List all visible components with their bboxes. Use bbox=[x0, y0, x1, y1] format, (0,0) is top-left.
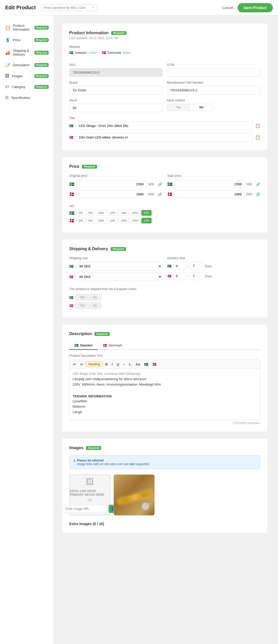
original-price-col: Original price 🇸🇪 SEK 🔗 🇩🇰 DKK 🔗 bbox=[69, 174, 162, 200]
search-arrow-icon[interactable]: → bbox=[91, 6, 95, 10]
delivery-se-flag: 🇸🇪 bbox=[167, 264, 171, 268]
vat-dk-10[interactable]: 10% bbox=[96, 218, 106, 223]
original-price-se-input[interactable] bbox=[76, 180, 146, 188]
manufacturer-input[interactable] bbox=[167, 86, 260, 94]
bold-button[interactable]: B bbox=[104, 362, 109, 367]
title-se-copy-icon[interactable]: 📋 bbox=[255, 123, 260, 128]
eu-se-yes[interactable]: Yes bbox=[76, 294, 89, 300]
info-detail: Image links with url cdn.cdon.com are no… bbox=[77, 462, 150, 466]
underline-button[interactable]: U bbox=[115, 362, 121, 367]
sale-price-se-input[interactable] bbox=[174, 180, 245, 188]
eu-toggle-row-dk: 🇩🇰 Yes No bbox=[69, 302, 260, 309]
vat-se-flag: 🇸🇪 bbox=[69, 211, 74, 215]
lock-dk-icon[interactable]: 🔗 bbox=[158, 192, 162, 196]
original-price-label: Original price bbox=[69, 174, 162, 178]
vat-se-24[interactable]: 24% bbox=[130, 210, 140, 216]
sale-dk-flag: 🇩🇰 bbox=[167, 192, 172, 197]
image-url-input[interactable] bbox=[63, 505, 107, 513]
sidebar-item-product-information[interactable]: 📋 Product Information Required bbox=[0, 21, 54, 34]
vat-se-6[interactable]: 6% bbox=[86, 210, 95, 216]
editor-body[interactable]: LED Slinga Grön 10m, Levereras Med Stick… bbox=[69, 369, 260, 420]
ship-grid: Shipping cost 🇸🇪 99 SEK 🇩🇰 99 DKK bbox=[69, 256, 260, 283]
eu-se-no[interactable]: No bbox=[89, 294, 101, 300]
vat-dk-24[interactable]: 24% bbox=[130, 218, 140, 223]
header: Edit Product → Cancel Save Product bbox=[0, 0, 278, 15]
days-label-se: Days bbox=[205, 264, 212, 268]
vat-dk-12[interactable]: 12% bbox=[107, 218, 118, 223]
save-button[interactable]: Save Product bbox=[238, 3, 273, 12]
sweden-name: Sweden bbox=[75, 51, 87, 55]
ship-dk-flag: 🇩🇰 bbox=[69, 275, 73, 279]
search-bar: → bbox=[41, 4, 98, 11]
delivery-time-col: Delivery time 🇸🇪 - Days 🇩🇰 bbox=[167, 256, 260, 283]
ship-se-flag: 🇸🇪 bbox=[69, 264, 73, 268]
sidebar-item-category[interactable]: 🏷 Category Required bbox=[0, 81, 54, 92]
delivery-dk-from[interactable] bbox=[173, 272, 186, 280]
cancel-button[interactable]: Cancel bbox=[222, 6, 233, 10]
sidebar-item-shipping[interactable]: 🚚 Shipping & Delivery Required bbox=[0, 46, 54, 59]
search-input[interactable] bbox=[44, 6, 89, 10]
lang-icon[interactable]: Aα bbox=[134, 362, 142, 367]
delivery-dash: - bbox=[188, 264, 189, 268]
sidebar-item-price[interactable]: 💲 Price Required bbox=[0, 34, 54, 46]
sku-input[interactable] bbox=[69, 68, 163, 77]
sale-lock-dk-icon[interactable]: 🔗 bbox=[256, 192, 260, 196]
lock-se-icon[interactable]: 🔗 bbox=[158, 182, 162, 186]
stock-input[interactable] bbox=[69, 104, 163, 112]
required-badge: Required bbox=[34, 74, 49, 78]
sidebar-item-specification[interactable]: ☰ Specification bbox=[0, 92, 54, 103]
ship-cost-dk-select[interactable]: 99 DKK bbox=[75, 273, 162, 281]
vat-se-25[interactable]: 25% bbox=[141, 210, 152, 216]
sale-price-dk-input[interactable] bbox=[174, 190, 245, 198]
title-se-input[interactable] bbox=[75, 121, 253, 130]
undo-button[interactable]: ↩ bbox=[72, 362, 77, 367]
delivery-se-from[interactable] bbox=[173, 262, 186, 270]
sale-lock-se-icon[interactable]: 🔗 bbox=[256, 182, 260, 186]
header-left: Edit Product → bbox=[5, 4, 98, 11]
shipping-cost-label: Shipping cost bbox=[69, 256, 162, 260]
copy-dk-button[interactable]: 🇩🇰 bbox=[151, 362, 158, 367]
sidebar-label: Images bbox=[12, 74, 23, 78]
tab-denmark[interactable]: 🇩🇰 Denmark bbox=[98, 341, 127, 350]
title-dk-input[interactable] bbox=[75, 133, 253, 142]
original-price-dk-input[interactable] bbox=[76, 190, 146, 198]
eu-dk-no[interactable]: No bbox=[89, 302, 101, 309]
brand-input[interactable] bbox=[69, 86, 163, 94]
images-section-title: Images Required bbox=[69, 446, 260, 450]
price-label: Price bbox=[69, 164, 79, 169]
tab-sweden[interactable]: 🇸🇪 Sweden bbox=[69, 341, 98, 350]
eu-toggle-row-se: 🇸🇪 Yes No bbox=[69, 294, 260, 301]
title-denmark: 🇩🇰 📋 bbox=[69, 133, 260, 142]
title-dk-copy-icon[interactable]: 📋 bbox=[255, 135, 260, 140]
vat-se-14[interactable]: 14% bbox=[119, 210, 129, 216]
tab-dk-flag: 🇩🇰 bbox=[103, 343, 107, 347]
vat-se-10[interactable]: 10% bbox=[96, 210, 106, 216]
adult-yes-option[interactable]: Yes bbox=[167, 104, 190, 111]
delivery-dk-to[interactable] bbox=[190, 272, 203, 280]
primary-image-drop-zone[interactable]: 🖼 DRAG AND DROP PRIMARY IMAGE HERE OR 👤 bbox=[69, 474, 110, 516]
bullet-list-button[interactable]: • bbox=[122, 362, 126, 367]
sidebar-item-description[interactable]: 📝 Description Required bbox=[0, 59, 54, 71]
adult-no-option[interactable]: No bbox=[190, 104, 213, 111]
delivery-se-to[interactable] bbox=[190, 262, 203, 270]
vat-se-12[interactable]: 12% bbox=[107, 210, 118, 216]
delivery-row-se: 🇸🇪 - Days bbox=[167, 262, 260, 270]
sidebar-item-images[interactable]: 🖼 Images Required bbox=[0, 71, 54, 81]
vat-options-se: 0% 6% 10% 12% 14% 24% 25% bbox=[76, 210, 260, 216]
redo-button[interactable]: ↪ bbox=[79, 362, 84, 367]
eu-dk-yes[interactable]: Yes bbox=[76, 302, 89, 309]
numbered-list-button[interactable]: 1. bbox=[127, 362, 133, 367]
ship-cost-se-select[interactable]: 99 SEK bbox=[75, 262, 162, 271]
gtin-input[interactable] bbox=[167, 68, 260, 77]
vat-dk-25[interactable]: 25% bbox=[141, 218, 152, 223]
vat-se-0[interactable]: 0% bbox=[76, 210, 85, 216]
copy-se-button[interactable]: 🇸🇪 bbox=[143, 362, 150, 367]
heading-button[interactable]: Heading bbox=[85, 361, 103, 367]
description-box-title: Product Description Text bbox=[69, 354, 260, 358]
vat-dk-0[interactable]: 0% bbox=[76, 218, 85, 223]
price-icon: 💲 bbox=[5, 38, 10, 42]
italic-button[interactable]: I bbox=[110, 362, 114, 367]
vat-dk-6[interactable]: 6% bbox=[86, 218, 95, 223]
vat-dk-14[interactable]: 14% bbox=[119, 218, 129, 223]
market-denmark: 🇩🇰 Denmark Online bbox=[102, 51, 131, 55]
